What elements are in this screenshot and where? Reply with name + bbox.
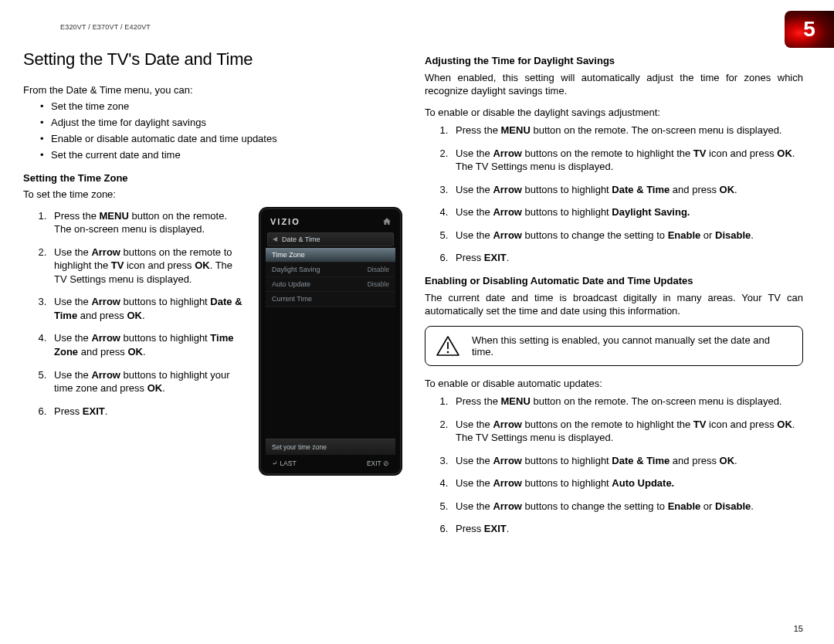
- daylight-lead: To enable or disable the daylight saving…: [425, 106, 803, 120]
- menu-row-autoupdate: Auto UpdateDisable: [266, 277, 395, 292]
- daylight-steps: Press the MENU button on the remote. The…: [425, 124, 803, 265]
- step-item: Use the Arrow buttons to change the sett…: [451, 229, 803, 242]
- step-item: Press EXIT.: [451, 522, 803, 536]
- device-help-text: Set your time zone: [266, 439, 395, 455]
- step-item: Use the Arrow buttons to highlight Dayli…: [451, 205, 803, 219]
- list-item: Adjust the time for daylight savings: [23, 117, 402, 128]
- timezone-heading: Setting the Time Zone: [23, 171, 402, 185]
- step-item: Press the MENU button on the remote. The…: [451, 124, 803, 137]
- chapter-number: 5: [803, 17, 815, 42]
- warning-box: When this setting is enabled, you cannot…: [425, 326, 803, 366]
- chapter-tab: 5: [785, 11, 834, 48]
- step-item: Press EXIT.: [451, 251, 803, 265]
- menu-row-timezone: Time Zone: [266, 248, 395, 263]
- daylight-heading: Adjusting the Time for Daylight Savings: [425, 54, 803, 68]
- list-item: Set the time zone: [23, 100, 402, 112]
- step-item: Use the Arrow buttons on the remote to h…: [451, 418, 803, 445]
- exit-icon: ⊘: [383, 459, 389, 467]
- step-item: Use the Arrow buttons to highlight Auto …: [451, 476, 803, 490]
- step-item: Use the Arrow buttons to highlight Time …: [49, 331, 246, 358]
- intro-line: From the Date & Time menu, you can:: [23, 83, 402, 97]
- device-brand: VIZIO: [270, 217, 300, 226]
- step-item: Press the MENU button on the remote. The…: [451, 395, 803, 408]
- section-title: Setting the TV's Date and Time: [23, 49, 402, 69]
- list-item: Enable or disable automatic date and tim…: [23, 133, 402, 144]
- menu-row-currenttime: Current Time: [266, 292, 395, 307]
- step-item: Press the MENU button on the remote. The…: [49, 209, 246, 236]
- home-icon: [383, 218, 391, 225]
- step-item: Use the Arrow buttons to highlight Date …: [49, 295, 246, 322]
- timezone-lead: To set the time zone:: [23, 188, 402, 202]
- device-breadcrumb: ◀ Date & Time: [267, 232, 394, 246]
- step-item: Use the Arrow buttons to highlight Date …: [451, 183, 803, 197]
- autoupdate-steps: Press the MENU button on the remote. The…: [425, 395, 803, 536]
- step-item: Use the Arrow buttons on the remote to h…: [451, 147, 803, 174]
- timezone-steps: Press the MENU button on the remote. The…: [23, 209, 246, 419]
- menu-row-daylight: Daylight SavingDisable: [266, 263, 395, 277]
- last-icon: ⤶: [272, 459, 278, 467]
- model-header: E320VT / E370VT / E420VT: [60, 23, 803, 31]
- step-item: Press EXIT.: [49, 405, 246, 419]
- autoupdate-heading: Enabling or Disabling Automatic Date and…: [425, 274, 803, 288]
- back-icon: ◀: [273, 236, 277, 242]
- warning-icon: [436, 336, 459, 356]
- device-bottom-bar: ⤶ LAST EXIT ⊘: [266, 455, 395, 469]
- step-item: Use the Arrow buttons to highlight your …: [49, 368, 246, 395]
- breadcrumb-label: Date & Time: [282, 236, 320, 243]
- step-item: Use the Arrow buttons on the remote to h…: [49, 246, 246, 286]
- step-item: Use the Arrow buttons to highlight Date …: [451, 454, 803, 468]
- page-number: 15: [794, 624, 803, 633]
- list-item: Set the current date and time: [23, 149, 402, 161]
- device-screenshot: VIZIO ◀ Date & Time Time Zone Daylight S…: [259, 208, 402, 475]
- intro-bullets: Set the time zone Adjust the time for da…: [23, 100, 402, 161]
- warning-text: When this setting is enabled, you cannot…: [472, 334, 792, 358]
- svg-point-1: [447, 351, 449, 353]
- autoupdate-desc: The current date and time is broadcast d…: [425, 291, 803, 318]
- step-item: Use the Arrow buttons to change the sett…: [451, 500, 803, 514]
- autoupdate-lead: To enable or disable automatic updates:: [425, 377, 803, 391]
- daylight-desc: When enabled, this setting will automati…: [425, 71, 803, 98]
